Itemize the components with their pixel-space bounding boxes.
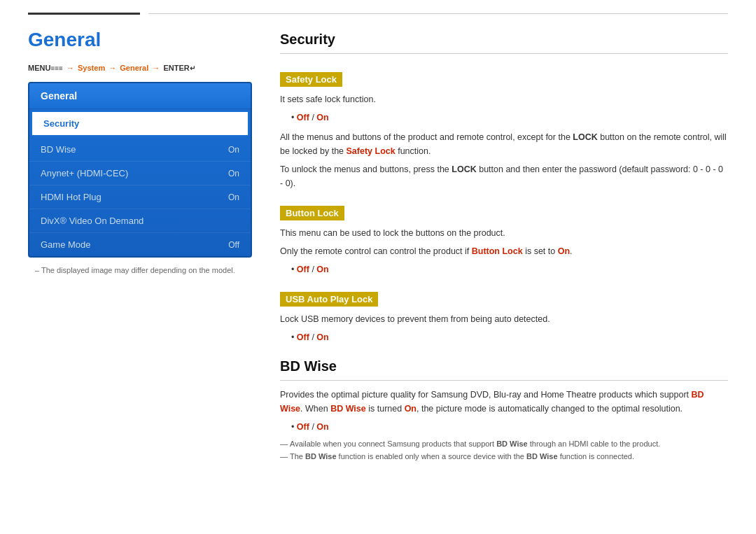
- bd-wise-footnote2-highlight2: BD Wise: [526, 452, 558, 461]
- bd-wise-bullets: Off / On: [291, 420, 728, 434]
- menu-item-label: Security: [43, 118, 79, 129]
- menu-item-value: On: [228, 145, 239, 155]
- bd-wise-desc1: Provides the optimal picture quality for…: [280, 388, 728, 416]
- button-lock-highlight: Button Lock: [472, 246, 523, 256]
- usb-lock-bullets: Off / On: [291, 330, 728, 344]
- safety-lock-off: Off: [297, 113, 309, 122]
- safety-lock-desc3: To unlock the menus and buttons, press t…: [280, 162, 728, 190]
- safety-lock-highlight: Safety Lock: [346, 146, 396, 156]
- menu-item-value: On: [228, 192, 239, 202]
- menu-item-label: Game Mode: [41, 239, 91, 250]
- button-lock-on-bullet: On: [316, 265, 328, 274]
- menu-item-label: DivX® Video On Demand: [41, 216, 144, 226]
- breadcrumb-arrow2: →: [108, 64, 118, 72]
- usb-lock-bullet: Off / On: [291, 330, 728, 344]
- breadcrumb: MENU≡≡≡ → System → General → ENTER↵: [28, 64, 252, 72]
- usb-lock-section: USB Auto Play Lock Lock USB memory devic…: [280, 285, 728, 344]
- main-layout: General MENU≡≡≡ → System → General → ENT…: [0, 15, 756, 475]
- button-lock-title: Button Lock: [280, 206, 344, 220]
- safety-lock-desc2: All the menus and buttons of the product…: [280, 130, 728, 158]
- safety-lock-on: On: [316, 113, 328, 122]
- safety-lock-bullets: Off / On: [291, 111, 728, 125]
- button-lock-section: Button Lock This menu can be used to loc…: [280, 199, 728, 276]
- breadcrumb-menu: MENU≡≡≡: [28, 64, 63, 72]
- button-lock-on: On: [558, 246, 570, 256]
- safety-lock-section: Safety Lock It sets safe lock function. …: [280, 65, 728, 190]
- menu-item-label: BD Wise: [41, 144, 76, 155]
- bd-wise-off: Off: [297, 422, 309, 432]
- bd-wise-footnote2: The BD Wise function is enabled only whe…: [280, 452, 728, 461]
- menu-item-security[interactable]: Security: [31, 111, 249, 136]
- button-lock-off: Off: [297, 265, 309, 274]
- breadcrumb-enter: ENTER↵: [163, 64, 195, 72]
- menu-item-hdmi-hot-plug[interactable]: HDMI Hot Plug On: [29, 185, 251, 209]
- button-lock-desc2: Only the remote control can control the …: [280, 244, 728, 258]
- breadcrumb-arrow1: →: [66, 64, 76, 72]
- lock-bold2: LOCK: [451, 164, 476, 174]
- top-bar-line-left: [28, 13, 140, 15]
- bd-wise-on-bullet: On: [316, 422, 328, 432]
- bd-wise-footnote2-highlight1: BD Wise: [305, 452, 337, 461]
- bd-wise-footnote1: Available when you connect Samsung produ…: [280, 440, 728, 448]
- left-note: The displayed image may differ depending…: [28, 266, 252, 274]
- bd-wise-section: BD Wise Provides the optimal picture qua…: [280, 358, 728, 461]
- breadcrumb-arrow3: →: [152, 64, 162, 72]
- top-bar-line-right: [148, 13, 728, 14]
- safety-lock-bullet: Off / On: [291, 111, 728, 125]
- safety-lock-desc1: It sets safe lock function.: [280, 92, 728, 106]
- menu-item-label: HDMI Hot Plug: [41, 192, 102, 202]
- top-bar: [0, 0, 756, 15]
- right-panel: Security Safety Lock It sets safe lock f…: [280, 29, 728, 461]
- menu-header: General: [29, 83, 251, 109]
- page-title: General: [28, 29, 252, 51]
- bd-wise-footnote1-highlight: BD Wise: [496, 440, 528, 448]
- button-lock-bullet: Off / On: [291, 262, 728, 276]
- bd-wise-title: BD Wise: [280, 358, 728, 381]
- usb-lock-title: USB Auto Play Lock: [280, 292, 378, 307]
- menu-item-game-mode[interactable]: Game Mode Off: [29, 233, 251, 256]
- safety-lock-title: Safety Lock: [280, 72, 342, 87]
- breadcrumb-system: System: [78, 64, 105, 72]
- button-lock-bullets: Off / On: [291, 262, 728, 276]
- button-lock-desc1: This menu can be used to lock the button…: [280, 226, 728, 240]
- menu-item-value: On: [228, 169, 239, 178]
- menu-item-label: Anynet+ (HDMI-CEC): [41, 168, 128, 178]
- menu-box: General Security BD Wise On Anynet+ (HDM…: [28, 82, 252, 258]
- bd-wise-bullet: Off / On: [291, 420, 728, 434]
- breadcrumb-general: General: [120, 64, 148, 72]
- usb-lock-off: Off: [297, 332, 309, 342]
- menu-item-value: Off: [228, 240, 239, 250]
- menu-item-divx[interactable]: DivX® Video On Demand: [29, 209, 251, 233]
- bd-wise-highlight2: BD Wise: [330, 404, 366, 414]
- bd-wise-on: On: [405, 404, 416, 414]
- menu-item-bd-wise[interactable]: BD Wise On: [29, 138, 251, 162]
- usb-lock-desc1: Lock USB memory devices to prevent them …: [280, 312, 728, 326]
- menu-item-anynet[interactable]: Anynet+ (HDMI-CEC) On: [29, 162, 251, 185]
- lock-bold: LOCK: [573, 132, 597, 142]
- left-panel: General MENU≡≡≡ → System → General → ENT…: [28, 29, 252, 461]
- usb-lock-on: On: [316, 332, 328, 342]
- security-section-title: Security: [280, 31, 728, 54]
